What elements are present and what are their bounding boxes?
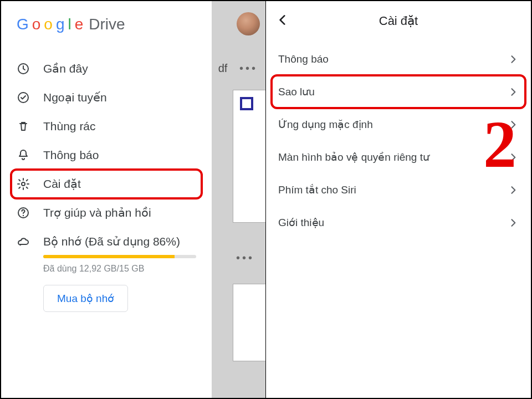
storage-label: Bộ nhớ (Đã sử dụng 86%)	[43, 235, 180, 248]
sidebar-menu: Gần đây Ngoại tuyến Thùng rác	[1, 39, 212, 312]
settings-item-notifications[interactable]: Thông báo	[272, 43, 525, 75]
logo-product-name: Drive	[89, 16, 125, 33]
storage-section: Bộ nhớ (Đã sử dụng 86%) Đã dùng 12,92 GB…	[11, 227, 202, 312]
brand-logo: Google Drive	[1, 1, 212, 39]
storage-bar-fill	[43, 255, 175, 258]
annotation-step-2: 2	[483, 106, 516, 183]
drive-sidebar: Google Drive Gần đây Ngoại tuyến	[1, 1, 212, 398]
storage-bar	[43, 255, 196, 258]
chevron-right-icon	[508, 54, 519, 65]
settings-item-label: Sao lưu	[278, 85, 315, 98]
sidebar-item-label: Trợ giúp và phản hồi	[43, 206, 151, 219]
chevron-right-icon	[508, 217, 519, 228]
settings-item-label: Màn hình bảo vệ quyền riêng tư	[278, 151, 429, 163]
sidebar-item-recent[interactable]: Gần đây	[11, 54, 202, 83]
svg-point-2	[22, 182, 25, 186]
step-2-panel: Cài đặt Thông báo Sao lưu Ứng dụng mặc đ…	[265, 1, 531, 398]
sidebar-item-help[interactable]: Trợ giúp và phản hồi	[11, 198, 202, 227]
backdrop-underlay: df ••• •••	[212, 1, 265, 398]
sidebar-item-label: Ngoại tuyến	[43, 91, 107, 104]
trash-icon	[17, 120, 30, 133]
storage-subtext: Đã dùng 12,92 GB/15 GB	[43, 264, 196, 274]
more-icon[interactable]: •••	[236, 252, 254, 264]
settings-header: Cài đặt	[266, 1, 531, 37]
logo-letter: e	[75, 16, 84, 33]
logo-letter: g	[56, 16, 65, 33]
back-button[interactable]	[275, 12, 290, 28]
file-row-fragment: df •••	[218, 62, 258, 75]
buy-storage-button[interactable]: Mua bộ nhớ	[43, 285, 128, 312]
step-1-panel: Google Drive Gần đây Ngoại tuyến	[1, 1, 265, 398]
tutorial-canvas: Google Drive Gần đây Ngoại tuyến	[0, 0, 532, 399]
file-thumbnail	[233, 90, 266, 223]
file-thumbnail	[233, 284, 266, 361]
sidebar-item-label: Gần đây	[43, 62, 88, 75]
sidebar-item-label: Thùng rác	[43, 120, 96, 133]
settings-item-about[interactable]: Giới thiệu	[272, 206, 525, 239]
settings-item-label: Ứng dụng mặc định	[278, 118, 373, 131]
logo-letter: o	[44, 16, 53, 33]
offline-icon	[17, 91, 30, 104]
file-extension-fragment: df	[218, 62, 228, 74]
settings-item-label: Thông báo	[278, 53, 329, 65]
sidebar-item-settings[interactable]: Cài đặt	[11, 170, 202, 198]
svg-point-4	[23, 215, 24, 216]
cloud-icon	[17, 235, 30, 248]
chevron-right-icon	[508, 185, 519, 196]
help-icon	[17, 206, 30, 219]
logo-letter: o	[32, 16, 41, 33]
sidebar-item-notifications[interactable]: Thông báo	[11, 141, 202, 170]
logo-letter: G	[17, 16, 29, 33]
settings-item-label: Phím tắt cho Siri	[278, 183, 356, 196]
page-title: Cài đặt	[379, 14, 418, 28]
settings-item-backup[interactable]: Sao lưu	[272, 75, 525, 108]
bell-icon	[17, 149, 30, 162]
sidebar-item-label: Thông báo	[43, 149, 99, 162]
clock-icon	[17, 62, 30, 75]
settings-item-label: Giới thiệu	[278, 216, 324, 229]
sidebar-item-offline[interactable]: Ngoại tuyến	[11, 83, 202, 112]
logo-letter: l	[68, 16, 71, 33]
sidebar-item-label: Cài đặt	[43, 177, 81, 191]
gear-icon	[17, 177, 30, 191]
sidebar-item-trash[interactable]: Thùng rác	[11, 112, 202, 141]
chevron-right-icon	[508, 86, 519, 98]
more-icon[interactable]: •••	[239, 62, 258, 74]
avatar[interactable]	[237, 12, 260, 35]
